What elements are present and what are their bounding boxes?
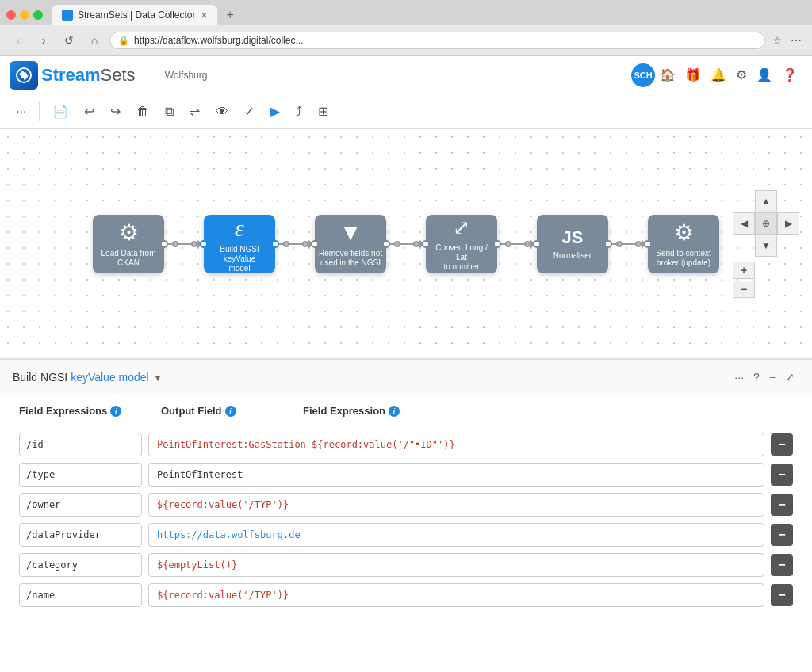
field-expression-input-5[interactable] <box>148 583 764 607</box>
run-button[interactable]: ▶ <box>264 99 286 124</box>
col3-info-icon[interactable]: i <box>389 406 400 417</box>
duplicate-button[interactable]: ⧉ <box>159 100 180 124</box>
field-expression-input-4[interactable] <box>148 553 764 577</box>
pipeline-node-build-ngsi[interactable]: ε Build NGSI keyValuemodel <box>204 215 275 273</box>
panel-help-button[interactable]: ? <box>749 368 764 387</box>
gift-button[interactable]: 🎁 <box>680 63 706 87</box>
panel-header: Build NGSI keyValue model ▾ ··· ? − ⤢ <box>0 360 812 395</box>
field-output-5[interactable]: ▾ <box>19 583 142 607</box>
field-remove-button-2[interactable]: − <box>771 494 793 516</box>
node-input-dot-remove-fields <box>311 240 319 248</box>
pipeline-node-convert-long[interactable]: ⤢ Convert Long / Latto number <box>426 215 497 273</box>
node-box-load-data[interactable]: ⚙ Load Data fromCKAN <box>93 215 164 273</box>
field-expression-input-1[interactable] <box>148 463 764 487</box>
zoom-controls: + − <box>733 262 799 298</box>
browser-controls: ‹ › ↺ ⌂ 🔒 https://dataflow.wolfsburg.dig… <box>0 25 812 55</box>
nav-down-button[interactable]: ▼ <box>755 235 777 257</box>
delete-button[interactable]: 🗑 <box>130 100 155 124</box>
traffic-light-yellow[interactable] <box>20 10 29 20</box>
nav-right-button[interactable]: ▶ <box>777 212 799 235</box>
nav-home-button[interactable]: ⌂ <box>84 30 105 51</box>
panel-collapse-button[interactable]: − <box>764 368 780 387</box>
field-remove-button-3[interactable]: − <box>771 524 793 546</box>
browser-tab-active[interactable]: StreamSets | Data Collector ✕ <box>52 5 217 25</box>
pipeline-node-remove-fields[interactable]: ▼ Remove fields notused in the NGSI <box>315 215 386 273</box>
nav-reload-button[interactable]: ↺ <box>59 30 79 51</box>
pipeline-node-send-context[interactable]: ⚙ Send to contextbroker (update) <box>648 215 719 273</box>
field-expression-input-3[interactable] <box>148 523 764 547</box>
field-output-input-1[interactable] <box>20 464 142 486</box>
bell-button[interactable]: 🔔 <box>706 63 731 87</box>
panel-expand-button[interactable]: ⤢ <box>780 368 799 387</box>
apps-button[interactable]: ⊞ <box>312 99 335 124</box>
bookmark-button[interactable]: ☆ <box>770 32 785 49</box>
field-expression-input-2[interactable] <box>148 493 764 517</box>
app-header: StreamSets Wolfsburg SCH 🏠 🎁 🔔 ⚙ 👤 ❓ <box>0 56 812 94</box>
pipeline-node-normaliser[interactable]: JS Normaliser <box>537 215 608 273</box>
zoom-in-button[interactable]: + <box>733 262 755 279</box>
traffic-light-red[interactable] <box>6 10 16 20</box>
field-expression-input-0[interactable] <box>148 433 764 456</box>
field-expressions-header: Field Expressions i <box>19 405 142 417</box>
nav-left-button[interactable]: ◀ <box>733 212 755 235</box>
field-output-4[interactable]: ▾ <box>19 553 142 577</box>
home-nav-button[interactable]: 🏠 <box>655 63 680 87</box>
nav-center-button[interactable]: ⊕ <box>755 212 777 235</box>
panel-title: Build NGSI keyValue model ▾ <box>13 371 160 384</box>
field-output-1[interactable]: ▾ <box>19 463 142 487</box>
browser-chrome: StreamSets | Data Collector ✕ + ‹ › ↺ ⌂ … <box>0 0 812 56</box>
field-output-input-5[interactable] <box>20 584 142 606</box>
field-remove-button-5[interactable]: − <box>771 584 793 606</box>
pipeline-canvas[interactable]: ⚙ Load Data fromCKAN ε Build NGSI keyVal… <box>0 129 812 359</box>
new-pipeline-button[interactable]: 📄 <box>46 99 75 124</box>
node-box-convert-long[interactable]: ⤢ Convert Long / Latto number <box>426 215 497 273</box>
share-button[interactable]: ⤴ <box>289 100 308 124</box>
node-box-normaliser[interactable]: JS Normaliser <box>537 215 608 273</box>
field-remove-button-0[interactable]: − <box>771 433 793 456</box>
col2-info-icon[interactable]: i <box>225 406 236 417</box>
panel-title-dropdown-arrow[interactable]: ▾ <box>155 372 160 384</box>
nav-up-button[interactable]: ▲ <box>755 190 777 212</box>
pipeline-node-load-data[interactable]: ⚙ Load Data fromCKAN <box>93 215 164 273</box>
field-remove-button-1[interactable]: − <box>771 464 793 486</box>
validate-button[interactable]: ✓ <box>238 99 261 124</box>
zoom-out-button[interactable]: − <box>733 281 755 298</box>
field-output-3[interactable]: ▾ <box>19 523 142 547</box>
panel-more-button[interactable]: ··· <box>730 368 749 387</box>
new-tab-button[interactable]: + <box>220 5 240 25</box>
help-button[interactable]: ❓ <box>777 63 802 87</box>
node-icon-convert-long: ⤢ <box>453 216 470 240</box>
gear-button[interactable]: ⚙ <box>731 63 752 87</box>
field-output-0[interactable]: ▾ <box>19 433 142 456</box>
field-output-2[interactable]: ▾ <box>19 493 142 517</box>
extensions-button[interactable]: ⋯ <box>788 32 804 49</box>
user-button[interactable]: 👤 <box>752 63 777 87</box>
redo-button[interactable]: ↪ <box>104 99 127 124</box>
preview-button[interactable]: 👁 <box>209 100 235 124</box>
toolbar-separator-1 <box>39 102 40 121</box>
tab-close-button[interactable]: ✕ <box>201 10 208 21</box>
col1-info-icon[interactable]: i <box>110 406 121 417</box>
node-output-dot-convert-long <box>493 240 501 248</box>
more-options-button[interactable]: ··· <box>10 100 33 124</box>
field-output-input-4[interactable] <box>20 554 142 576</box>
node-box-remove-fields[interactable]: ▼ Remove fields notused in the NGSI <box>315 215 386 273</box>
node-box-send-context[interactable]: ⚙ Send to contextbroker (update) <box>648 215 719 273</box>
field-output-input-0[interactable] <box>20 433 142 456</box>
header-avatar[interactable]: SCH <box>631 63 655 87</box>
traffic-light-green[interactable] <box>33 10 43 20</box>
nav-back-button[interactable]: ‹ <box>8 30 29 51</box>
field-row-3: ▾ − <box>19 523 793 547</box>
node-input-dot-send-context <box>644 240 652 248</box>
logo-text-accent: Sets <box>101 65 136 85</box>
field-remove-button-4[interactable]: − <box>771 554 793 576</box>
field-output-input-3[interactable] <box>20 524 142 546</box>
field-output-input-2[interactable] <box>20 494 142 516</box>
node-output-dot-normaliser <box>604 240 612 248</box>
lock-icon: 🔒 <box>118 36 129 46</box>
shuffle-button[interactable]: ⇌ <box>183 99 206 124</box>
node-box-build-ngsi[interactable]: ε Build NGSI keyValuemodel <box>204 215 275 273</box>
nav-forward-button[interactable]: › <box>33 30 54 51</box>
address-bar[interactable]: 🔒 https://dataflow.wolfsburg.digital/col… <box>109 32 765 49</box>
undo-button[interactable]: ↩ <box>78 99 101 124</box>
